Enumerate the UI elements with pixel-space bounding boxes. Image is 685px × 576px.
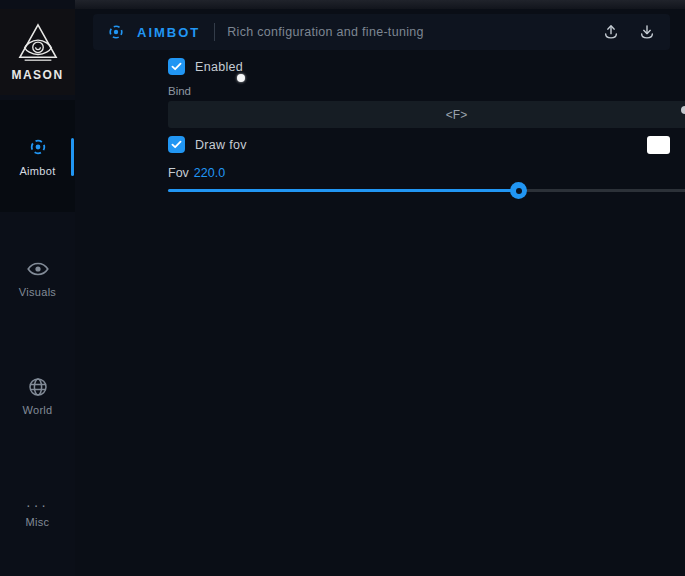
bind-indicator-dot	[681, 106, 685, 114]
enabled-label: Enabled	[195, 60, 243, 74]
checkmark-icon	[171, 62, 182, 71]
brand-logo: MASON	[0, 9, 75, 95]
active-tab-indicator	[71, 138, 74, 176]
cursor-dot	[237, 74, 245, 82]
mason-pyramid-eye-icon	[15, 22, 61, 64]
fov-slider-thumb[interactable]	[510, 182, 527, 199]
sidebar-item-label: Visuals	[19, 286, 56, 298]
fov-slider-fill	[168, 189, 518, 192]
fov-slider[interactable]	[168, 182, 685, 198]
sidebar-item-misc[interactable]: ··· Misc	[0, 458, 75, 570]
globe-icon	[27, 376, 49, 398]
header-actions	[600, 21, 658, 43]
upload-config-button[interactable]	[600, 21, 622, 43]
sidebar-item-label: Misc	[26, 516, 50, 528]
section-title: AIMBOT	[137, 25, 200, 40]
sidebar-item-world[interactable]: World	[0, 340, 75, 452]
sidebar-item-visuals[interactable]: Visuals	[0, 222, 75, 334]
draw-fov-row: Draw fov	[168, 136, 247, 153]
checkmark-icon	[171, 140, 182, 149]
enabled-row: Enabled	[168, 58, 243, 75]
enabled-checkbox[interactable]	[168, 58, 185, 75]
fov-color-swatch[interactable]	[647, 136, 670, 154]
fov-value: 220.0	[194, 166, 225, 180]
sidebar-item-label: World	[22, 404, 52, 416]
bind-label: Bind	[168, 85, 191, 97]
draw-fov-checkbox[interactable]	[168, 136, 185, 153]
app-window: MASON Aimbot Visuals	[0, 0, 685, 576]
bind-key-input[interactable]: <F>	[168, 101, 685, 128]
sidebar: MASON Aimbot Visuals	[0, 0, 75, 576]
fov-label: Fov	[168, 166, 189, 180]
fov-label-row: Fov220.0	[168, 166, 225, 180]
section-header: AIMBOT Rich configuration and fine-tunin…	[93, 14, 670, 50]
download-config-button[interactable]	[636, 21, 658, 43]
sidebar-item-label: Aimbot	[19, 165, 55, 177]
brand-name: MASON	[11, 68, 63, 82]
header-divider	[214, 23, 215, 41]
eye-icon	[26, 258, 50, 280]
section-subtitle: Rich configuration and fine-tuning	[227, 25, 423, 39]
main-panel: AIMBOT Rich configuration and fine-tunin…	[75, 0, 685, 576]
crosshair-icon	[105, 21, 127, 43]
sidebar-item-aimbot[interactable]: Aimbot	[0, 100, 75, 212]
bind-key-value: <F>	[446, 108, 467, 122]
ellipsis-icon: ···	[26, 500, 49, 510]
crosshair-icon	[26, 135, 50, 159]
draw-fov-label: Draw fov	[195, 138, 247, 152]
